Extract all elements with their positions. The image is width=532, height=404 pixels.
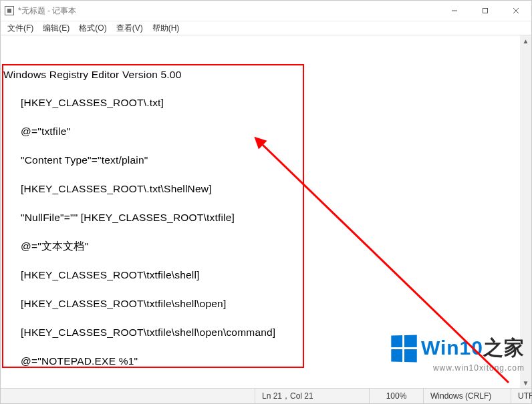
editor-blank-line	[3, 254, 275, 268]
editor-line: [HKEY_CLASSES_ROOT\txtfile\shell\open]	[3, 297, 275, 311]
vertical-scrollbar[interactable]: ▲ ▼	[520, 35, 531, 389]
editor-blank-line	[3, 196, 275, 211]
editor-line: "Content Type"="text/plain"	[3, 154, 275, 168]
minimize-icon	[451, 7, 458, 14]
text-editor[interactable]: Windows Registry Editor Version 5.00[HKE…	[1, 35, 520, 389]
status-line-ending: Windows (CRLF)	[423, 389, 511, 403]
notepad-app-icon	[5, 6, 14, 15]
menubar: 文件(F) 编辑(E) 格式(O) 查看(V) 帮助(H)	[1, 21, 531, 35]
editor-blank-line	[3, 311, 275, 326]
window-controls	[439, 1, 531, 21]
status-encoding: UTF-8	[511, 389, 532, 403]
title-left: *无标题 - 记事本	[1, 5, 76, 17]
editor-line: "NullFile"="" [HKEY_CLASSES_ROOT\txtfile…	[3, 211, 275, 225]
editor-line: [HKEY_CLASSES_ROOT\.txt\ShellNew]	[3, 182, 275, 196]
close-icon	[513, 7, 519, 14]
editor-blank-line	[3, 81, 275, 96]
editor-line: [HKEY_CLASSES_ROOT\.txt]	[3, 96, 275, 110]
close-button[interactable]	[501, 1, 531, 21]
editor-blank-line	[3, 340, 275, 355]
editor-line: @="txtfile"	[3, 125, 275, 139]
maximize-icon	[482, 7, 489, 14]
editor-line: [HKEY_CLASSES_ROOT\txtfile\shell\open\co…	[3, 326, 275, 340]
app-window: *无标题 - 记事本 文件(F) 编辑(E) 格式(O) 查看(V) 帮助(H)…	[0, 0, 532, 404]
scroll-down-arrow-icon[interactable]: ▼	[520, 377, 531, 389]
svg-rect-1	[483, 9, 488, 13]
editor-blank-line	[3, 168, 275, 182]
status-caret-position: Ln 21，Col 21	[255, 389, 369, 403]
statusbar: Ln 21，Col 21 100% Windows (CRLF) UTF-8	[1, 388, 531, 403]
minimize-button[interactable]	[439, 1, 470, 21]
titlebar[interactable]: *无标题 - 记事本	[1, 1, 531, 21]
scroll-up-arrow-icon[interactable]: ▲	[520, 35, 531, 47]
scroll-track[interactable]	[520, 47, 531, 377]
content-area: Windows Registry Editor Version 5.00[HKE…	[1, 35, 531, 389]
editor-blank-line	[3, 282, 275, 297]
window-title: *无标题 - 记事本	[18, 5, 76, 17]
status-zoom: 100%	[369, 389, 423, 403]
menu-view[interactable]: 查看(V)	[112, 22, 147, 35]
menu-edit[interactable]: 编辑(E)	[39, 22, 74, 35]
editor-blank-line	[3, 225, 275, 240]
menu-help[interactable]: 帮助(H)	[148, 22, 184, 35]
menu-file[interactable]: 文件(F)	[3, 22, 37, 35]
menu-format[interactable]: 格式(O)	[75, 22, 110, 35]
editor-blank-line	[3, 139, 275, 154]
editor-line: Windows Registry Editor Version 5.00	[3, 68, 275, 82]
editor-blank-line	[3, 110, 275, 125]
maximize-button[interactable]	[470, 1, 501, 21]
editor-line: @="NOTEPAD.EXE %1"	[3, 355, 275, 369]
editor-line: [HKEY_CLASSES_ROOT\txtfile\shell]	[3, 268, 275, 282]
editor-line: @="文本文档"	[3, 240, 275, 254]
